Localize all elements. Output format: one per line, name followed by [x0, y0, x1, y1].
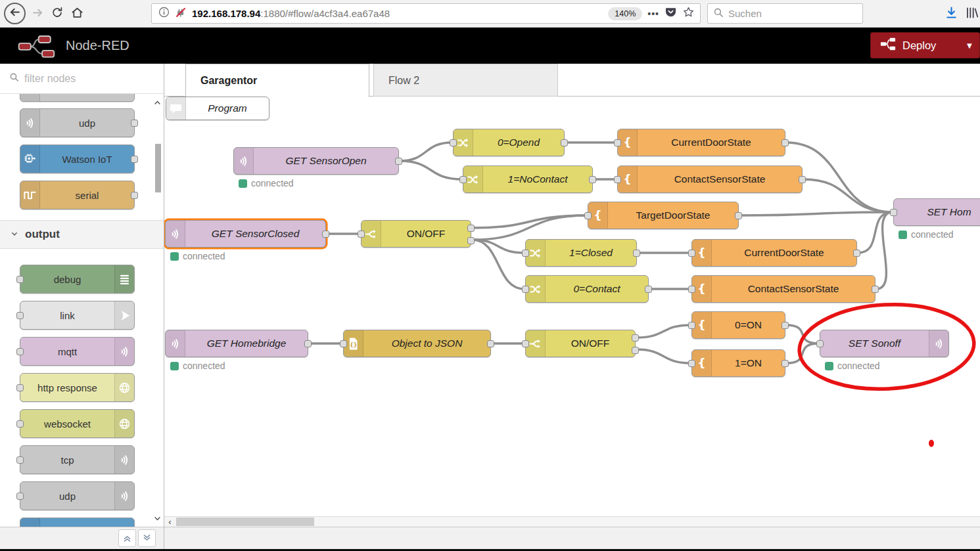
input-port[interactable]: [614, 139, 621, 146]
palette-node-tcp[interactable]: tcp: [20, 445, 135, 474]
output-port[interactable]: [467, 225, 475, 232]
bookmark-star-icon[interactable]: [682, 6, 695, 21]
input-port[interactable]: [340, 340, 347, 347]
flow-node-ch_current2[interactable]: {CurrentDoorState: [691, 239, 857, 267]
deploy-options-caret-icon[interactable]: ▼: [960, 41, 979, 51]
zoom-level-badge[interactable]: 140%: [608, 7, 642, 20]
flow-node-sw_closed[interactable]: 1=Closed: [525, 239, 637, 267]
canvas-scrollbar-thumb[interactable]: [176, 518, 314, 526]
palette-scrollbar-thumb[interactable]: [155, 144, 161, 192]
output-port[interactable]: [395, 158, 402, 165]
node-port[interactable]: [16, 312, 24, 319]
tab-garagentor[interactable]: Garagentor: [185, 64, 369, 97]
input-port[interactable]: [688, 286, 695, 293]
downloads-button[interactable]: [945, 6, 958, 22]
flow-node-ch_current1[interactable]: {CurrentDoorState: [617, 129, 785, 156]
flow-node-sw_opend[interactable]: 0=Opend: [453, 129, 565, 156]
flow-node-ch_contact1[interactable]: {ContactSensorState: [617, 165, 803, 193]
node-port[interactable]: [16, 384, 24, 391]
output-port[interactable]: [782, 322, 789, 329]
output-port[interactable]: [632, 334, 639, 342]
node-port[interactable]: [16, 493, 24, 500]
collapse-all-button[interactable]: [118, 529, 136, 547]
flow-node-sw_nocontact[interactable]: 1=NoContact: [463, 165, 593, 193]
output-port[interactable]: [645, 286, 652, 293]
output-port[interactable]: [561, 139, 568, 146]
flow-node-ch_1on[interactable]: {1=ON: [691, 349, 785, 377]
palette-node-serial[interactable]: serial: [20, 181, 135, 209]
library-icon[interactable]: [965, 6, 979, 22]
node-port[interactable]: [131, 192, 138, 199]
page-actions-icon[interactable]: •••: [647, 9, 659, 19]
url-text[interactable]: 192.168.178.94:1880/#flow/a4cf3a4.ea67a4…: [192, 8, 603, 19]
palette-node-http-response[interactable]: http response: [20, 373, 135, 402]
flow-node-ch_contact2[interactable]: {ContactSensorState: [691, 275, 875, 303]
output-port[interactable]: [872, 286, 879, 293]
output-port[interactable]: [782, 360, 789, 367]
palette-node-debug[interactable]: debug: [20, 265, 135, 294]
info-icon[interactable]: [158, 7, 170, 20]
node-port[interactable]: [16, 456, 24, 464]
output-port[interactable]: [632, 347, 639, 354]
output-port[interactable]: [467, 237, 475, 244]
flow-node-set_hom[interactable]: SET Hom: [893, 198, 980, 226]
pocket-icon[interactable]: [665, 6, 677, 21]
url-bar[interactable]: 192.168.178.94:1880/#flow/a4cf3a4.ea67a4…: [151, 3, 701, 24]
forward-button[interactable]: [30, 7, 45, 21]
flow-node-set_sonoff[interactable]: SET Sonoff: [820, 330, 949, 357]
expand-all-button[interactable]: [138, 529, 156, 547]
flow-node-ch_target[interactable]: {TargetDoorState: [588, 202, 739, 229]
plugin-blocked-icon[interactable]: [175, 7, 187, 21]
input-port[interactable]: [688, 322, 695, 329]
reload-button[interactable]: [50, 7, 64, 21]
output-port[interactable]: [322, 231, 329, 238]
output-port[interactable]: [735, 212, 742, 219]
input-port[interactable]: [358, 231, 365, 238]
input-port[interactable]: [688, 250, 695, 257]
input-port[interactable]: [688, 360, 695, 367]
wire-ch_target-to-set_hom[interactable]: [739, 212, 893, 215]
flow-node-comment_program[interactable]: Program: [166, 97, 269, 120]
input-port[interactable]: [522, 286, 529, 293]
input-port[interactable]: [890, 209, 897, 216]
home-button[interactable]: [70, 7, 84, 21]
output-port[interactable]: [633, 250, 640, 257]
input-port[interactable]: [522, 250, 529, 257]
palette-scroll-up-icon[interactable]: [152, 98, 162, 107]
output-port[interactable]: [799, 176, 806, 183]
flow-node-sw_contact[interactable]: 0=Contact: [525, 275, 649, 303]
flow-node-ch_0on[interactable]: {0=ON: [691, 311, 785, 339]
flow-node-obj_to_json[interactable]: {}Object to JSON: [343, 330, 491, 357]
deploy-button[interactable]: Deploy ▼: [870, 32, 980, 58]
output-port[interactable]: [782, 139, 789, 146]
input-port[interactable]: [522, 340, 529, 347]
back-button[interactable]: [4, 3, 26, 24]
node-port[interactable]: [16, 348, 24, 355]
wire-ch_contact1-to-set_hom[interactable]: [803, 179, 893, 212]
input-port[interactable]: [450, 139, 457, 146]
output-port[interactable]: [304, 340, 312, 347]
node-port[interactable]: [131, 156, 138, 163]
input-port[interactable]: [614, 176, 621, 183]
palette-node-mqtt[interactable]: mqtt: [20, 337, 135, 366]
scroll-left-icon[interactable]: ‹: [164, 517, 175, 527]
wire-ch_0on-to-set_sonoff[interactable]: [786, 325, 819, 343]
palette-node-websocket[interactable]: websocket: [20, 409, 135, 438]
canvas-horizontal-scrollbar[interactable]: ‹: [164, 516, 980, 527]
wire-sw_onoff2-to-ch_0on[interactable]: [636, 325, 691, 338]
wire-get_sensor_open-to-sw_nocontact[interactable]: [400, 161, 462, 179]
palette-node-partial-11[interactable]: [20, 518, 135, 527]
palette-node-Watson-IoT[interactable]: Watson IoT: [20, 144, 135, 173]
flow-node-sw_onoff2[interactable]: ON/OFF: [525, 330, 636, 357]
wire-get_sensor_open-to-sw_opend[interactable]: [400, 143, 452, 161]
palette-node-partial-0[interactable]: [20, 94, 135, 102]
output-port[interactable]: [487, 340, 494, 347]
tab-flow-2[interactable]: Flow 2: [373, 64, 558, 97]
palette-section-output[interactable]: output: [0, 220, 164, 249]
node-port[interactable]: [16, 276, 24, 283]
browser-search-field[interactable]: Suchen: [707, 3, 863, 24]
input-port[interactable]: [459, 176, 467, 183]
palette-scroll-down-icon[interactable]: [152, 514, 162, 523]
output-port[interactable]: [589, 176, 596, 183]
palette-filter-field[interactable]: filter nodes: [0, 64, 164, 94]
